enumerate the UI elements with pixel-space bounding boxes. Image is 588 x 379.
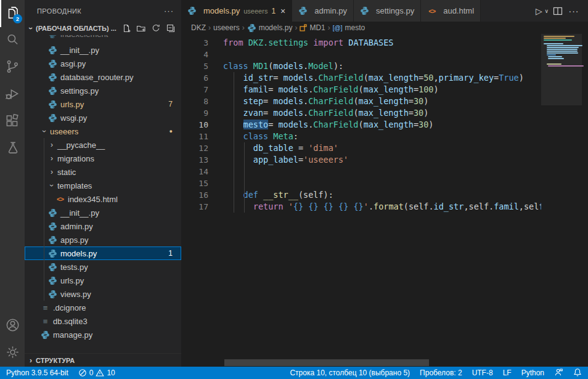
- status-encoding[interactable]: UTF-8: [472, 369, 493, 377]
- outline-section-header[interactable]: › СТРУКТУРА: [25, 353, 181, 367]
- python-interpreter[interactable]: Python 3.9.5 64-bit: [6, 369, 68, 377]
- workspace-section-header[interactable]: › (РАБОЧАЯ ОБЛАСТЬ) ...: [25, 22, 181, 35]
- tab-label: admin.py: [314, 6, 347, 15]
- tree-item-useeers[interactable]: ›useeers●: [25, 124, 181, 138]
- explorer-sidebar: ПРОВОДНИК ··· › (РАБОЧАЯ ОБЛАСТЬ) ... in…: [25, 0, 181, 367]
- tree-item-indexelement[interactable]: indexelement: [25, 35, 181, 43]
- bell-icon: [573, 368, 582, 378]
- python-file-icon: [48, 235, 57, 245]
- tab-models-py[interactable]: models.pyuseeers1×: [181, 0, 292, 22]
- status-cursor-position[interactable]: Строка 10, столбец 10 (выбрано 5): [290, 369, 410, 377]
- line-number: 3: [181, 37, 208, 49]
- warning-count: 10: [107, 369, 115, 377]
- activity-bar-explorer[interactable]: 2: [0, 0, 25, 27]
- breadcrumb-md1[interactable]: MD1: [300, 23, 325, 32]
- activity-bar-account[interactable]: [0, 312, 25, 340]
- tree-item-apps-py[interactable]: apps.py: [25, 233, 181, 247]
- activity-badge: 2: [13, 14, 22, 23]
- code-lines: 3from DKZ.settings import DATABASES45cla…: [181, 34, 588, 213]
- more-actions-icon[interactable]: ···: [567, 4, 581, 18]
- close-icon[interactable]: ×: [280, 6, 285, 16]
- tree-item-migrations[interactable]: ›migrations: [25, 152, 181, 165]
- tree-item-manage-py[interactable]: manage.py: [25, 328, 181, 341]
- tree-item--init-py[interactable]: __init__.py: [25, 206, 181, 219]
- tree-item-database-roouter-py[interactable]: database_roouter.py: [25, 70, 181, 84]
- breadcrumb-label: useeers: [213, 23, 240, 32]
- tree-item-asgi-py[interactable]: asgi.py: [25, 57, 181, 70]
- minimap[interactable]: [541, 34, 588, 367]
- tree-item--init-py[interactable]: __init__.py: [25, 43, 181, 57]
- tree-item-label: .dcignore: [53, 303, 86, 312]
- line-number: 8: [181, 96, 208, 107]
- split-editor-icon[interactable]: [551, 4, 565, 18]
- python-file-icon: [48, 59, 57, 68]
- python-file-icon: [187, 6, 197, 15]
- tree-item--pycache-[interactable]: ›__pycache__: [25, 138, 181, 152]
- tree-item-wsgi-py[interactable]: wsgi.py: [25, 111, 181, 124]
- code-line-15: 15: [181, 177, 588, 189]
- tree-item-settings-py[interactable]: settings.py: [25, 84, 181, 97]
- activity-bar-source-control[interactable]: [0, 54, 25, 81]
- tree-item-views-py[interactable]: views.py: [25, 287, 181, 301]
- tree-item--dcignore[interactable]: ≡.dcignore: [25, 301, 181, 314]
- status-feedback[interactable]: [554, 368, 563, 378]
- tree-item-db-sqlite3[interactable]: ≡db.sqlite3: [25, 314, 181, 328]
- tree-item-label: db.sqlite3: [53, 317, 88, 326]
- file-tree: indexelement__init__.pyasgi.pydatabase_r…: [25, 35, 181, 341]
- python-file-icon: [48, 222, 57, 231]
- tree-item-index345-html[interactable]: <>index345.html: [25, 192, 181, 206]
- collapse-all-icon[interactable]: [165, 23, 176, 34]
- python-file-icon: [247, 23, 256, 33]
- status-indentation[interactable]: Пробелов: 2: [420, 369, 462, 377]
- tree-item-models-py[interactable]: models.py1: [25, 247, 181, 260]
- explorer-actions: [121, 23, 176, 34]
- chevron-down-icon: ›: [27, 25, 35, 32]
- tree-item-admin-py[interactable]: admin.py: [25, 219, 181, 233]
- activity-bar-run-debug[interactable]: [0, 81, 25, 108]
- code-text: [208, 49, 223, 60]
- new-file-icon[interactable]: [121, 23, 132, 34]
- activity-bar-testing[interactable]: [0, 136, 25, 163]
- new-folder-icon[interactable]: [136, 23, 147, 34]
- horizontal-scrollbar[interactable]: [224, 359, 429, 366]
- line-number: 12: [181, 142, 208, 154]
- status-eol[interactable]: LF: [503, 369, 512, 377]
- explorer-title: ПРОВОДНИК: [37, 7, 81, 15]
- status-notifications[interactable]: [573, 368, 582, 378]
- tab-admin-py[interactable]: admin.py: [292, 0, 354, 22]
- refresh-icon[interactable]: [150, 23, 161, 34]
- activity-bar-extensions[interactable]: [0, 108, 25, 136]
- code-line-8: 8 step= models.CharField(max_length=30): [181, 96, 588, 107]
- tree-item-label: manage.py: [53, 330, 92, 340]
- run-dropdown-icon[interactable]: ∨: [544, 8, 549, 14]
- tree-item-templates[interactable]: ›templates: [25, 179, 181, 192]
- activity-bar-search[interactable]: [0, 27, 25, 54]
- tree-item-urls-py[interactable]: urls.py7: [25, 97, 181, 111]
- explorer-more-actions-icon[interactable]: ···: [164, 6, 174, 15]
- run-python-file-button[interactable]: ▷: [532, 4, 545, 18]
- tab-settings-py[interactable]: settings.py: [354, 0, 421, 22]
- breadcrumb-dkz[interactable]: DKZ: [191, 23, 206, 32]
- html-file-icon: <>: [427, 6, 436, 15]
- tree-item-label: settings.py: [60, 86, 99, 96]
- problems-indicator[interactable]: 0 10: [78, 369, 115, 377]
- code-editor[interactable]: 3from DKZ.settings import DATABASES45cla…: [181, 34, 588, 367]
- python-file-icon: [48, 73, 57, 82]
- python-file-icon: [360, 6, 369, 15]
- python-file-icon: [48, 35, 57, 39]
- python-file-icon: [48, 290, 57, 299]
- tree-item-urls-py[interactable]: urls.py: [25, 274, 181, 287]
- python-file-icon: [48, 86, 57, 96]
- python-file-icon: [48, 113, 57, 123]
- tab-aud-html[interactable]: <>aud.html: [421, 0, 481, 22]
- code-text: return '{} {} {} {} {}'.format(self.id_s…: [208, 201, 588, 213]
- status-language-mode[interactable]: Python: [521, 369, 544, 377]
- breadcrumb-models-py[interactable]: models.py: [247, 23, 293, 33]
- breadcrumb-mesto[interactable]: [@]mesto: [333, 23, 365, 32]
- status-bar: Python 3.9.5 64-bit 0 10 Строка 10, стол…: [0, 367, 588, 379]
- tree-item-static[interactable]: ›static: [25, 165, 181, 179]
- breadcrumb-useeers[interactable]: useeers: [213, 23, 240, 32]
- tree-item-tests-py[interactable]: tests.py: [25, 260, 181, 274]
- activity-bar-settings[interactable]: [0, 340, 25, 367]
- code-text: def __str__(self):: [208, 189, 333, 201]
